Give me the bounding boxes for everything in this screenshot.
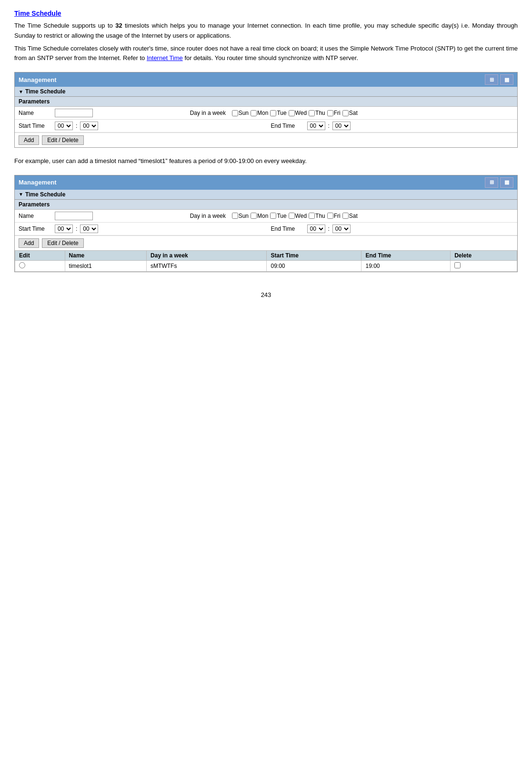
end-time-group-2: End Time 00010203 04050607 0809 : 001530… [271, 225, 514, 233]
day-fri-label-2[interactable]: Fri [327, 213, 341, 219]
panel-2-icon-1: ⊞ [485, 177, 498, 188]
col-name: Name [65, 250, 146, 260]
add-button-1[interactable]: Add [19, 135, 39, 145]
form-row-name-2: Name Day in a week Sun Mon Tue Wed Thu F… [15, 210, 517, 223]
panel-2-section-title: Time Schedule [25, 191, 65, 198]
panel-1-btn-row: Add Edit / Delete [15, 133, 517, 147]
day-fri-label[interactable]: Fri [327, 110, 341, 116]
day-tue-label[interactable]: Tue [270, 110, 286, 116]
day-checkboxes-2: Sun Mon Tue Wed Thu Fri Sat [232, 213, 358, 219]
result-table-header-row: Edit Name Day in a week Start Time End T… [15, 250, 517, 260]
form-row-name: Name Day in a week Sun Mon Tue Wed Thu F… [15, 107, 517, 120]
col-edit: Edit [15, 250, 65, 260]
cell-start: 09:00 [267, 260, 361, 271]
panel-1-params-header: Parameters [15, 97, 517, 107]
panel-1-icon-1: ⊞ [485, 74, 498, 85]
day-wed-label[interactable]: Wed [289, 110, 307, 116]
result-table-body: timeslot1 sMTWTFs 09:00 19:00 [15, 260, 517, 271]
panel-1-title: Management [19, 76, 56, 83]
desc1-text: The Time Schedule supports up to [14, 22, 115, 29]
triangle-icon-2: ▼ [19, 192, 23, 197]
panel-2-header: Management ⊞ ▦ [15, 175, 517, 190]
start-time-colon: : [76, 123, 77, 129]
page-title: Time Schedule [14, 10, 518, 17]
panel-2-params-header: Parameters [15, 200, 517, 210]
col-delete: Delete [451, 250, 517, 260]
cell-delete [451, 260, 517, 271]
day-wed-label-2[interactable]: Wed [289, 213, 307, 219]
panel-1-header-right: ⊞ ▦ [485, 74, 513, 85]
panel-2-header-right: ⊞ ▦ [485, 177, 513, 188]
edit-radio[interactable] [19, 262, 25, 268]
end-time-min-select[interactable]: 00153045 [332, 122, 351, 130]
internet-time-link[interactable]: Internet Time [147, 54, 183, 61]
day-thu-check[interactable] [309, 110, 315, 116]
name-field-group-2: Name [19, 212, 181, 220]
panel-2-btn-row: Add Edit / Delete [15, 235, 517, 250]
form-row-time-2: Start Time 00010203 04050607 0809 : 0015… [15, 223, 517, 235]
description-1: The Time Schedule supports up to 32 time… [14, 21, 518, 41]
day-sun-label-2[interactable]: Sun [232, 213, 249, 219]
col-end: End Time [361, 250, 451, 260]
day-mon-check-2[interactable] [251, 213, 257, 219]
result-table-head: Edit Name Day in a week Start Time End T… [15, 250, 517, 260]
day-wed-check-2[interactable] [289, 213, 295, 219]
desc2-cont: for details. You router time should sync… [183, 54, 358, 61]
panel-2-title: Management [19, 179, 56, 186]
day-wed-check[interactable] [289, 110, 295, 116]
start-time-colon-2: : [76, 225, 77, 232]
day-mon-check[interactable] [251, 110, 257, 116]
day-thu-label[interactable]: Thu [309, 110, 325, 116]
day-tue-label-2[interactable]: Tue [270, 213, 286, 219]
end-time-colon: : [328, 123, 330, 129]
day-fri-check-2[interactable] [327, 213, 333, 219]
table-row: timeslot1 sMTWTFs 09:00 19:00 [15, 260, 517, 271]
start-time-hour-select-2[interactable]: 00010203 04050607 0809 [55, 225, 73, 233]
start-time-min-select[interactable]: 00153045 [80, 122, 98, 130]
triangle-icon: ▼ [19, 89, 23, 94]
day-sat-label[interactable]: Sat [342, 110, 358, 116]
end-time-group: End Time 00010203 04050607 08091011 1213… [271, 122, 514, 130]
panel-2: Management ⊞ ▦ ▼ Time Schedule Parameter… [14, 175, 518, 272]
col-start: Start Time [267, 250, 361, 260]
name-input-2[interactable] [55, 212, 93, 220]
day-sun-check[interactable] [232, 110, 238, 116]
day-mon-label[interactable]: Mon [251, 110, 268, 116]
day-thu-check-2[interactable] [309, 213, 315, 219]
cell-name: timeslot1 [65, 260, 146, 271]
end-time-hour-select[interactable]: 00010203 04050607 08091011 12131415 1617… [307, 122, 325, 130]
end-time-label: End Time [271, 123, 304, 129]
day-sat-check[interactable] [342, 110, 349, 116]
description-2: This Time Schedule correlates closely wi… [14, 44, 518, 64]
start-time-group: Start Time 00010203 04050607 08091011 12… [19, 122, 261, 130]
end-time-min-select-2[interactable]: 00153045 [332, 225, 351, 233]
day-fri-check[interactable] [327, 110, 333, 116]
page-number: 243 [14, 291, 518, 298]
day-thu-label-2[interactable]: Thu [309, 213, 325, 219]
start-time-min-select-2[interactable]: 00153045 [80, 225, 98, 233]
start-time-hour-select[interactable]: 00010203 04050607 08091011 12131415 1617… [55, 122, 73, 130]
day-sat-label-2[interactable]: Sat [342, 213, 358, 219]
end-time-hour-select-2[interactable]: 00010203 04050607 0809 [307, 225, 325, 233]
edit-delete-button-1[interactable]: Edit / Delete [42, 135, 83, 145]
cell-end: 19:00 [361, 260, 451, 271]
day-group-2: Day in a week Sun Mon Tue Wed Thu Fri Sa… [190, 213, 513, 219]
day-sun-check-2[interactable] [232, 213, 238, 219]
day-checkboxes: Sun Mon Tue Wed Thu Fri Sat [232, 110, 358, 116]
day-label-2: Day in a week [190, 213, 231, 219]
day-tue-check[interactable] [270, 110, 276, 116]
panel-1-section-bar: ▼ Time Schedule [15, 87, 517, 97]
day-mon-label-2[interactable]: Mon [251, 213, 268, 219]
name-input[interactable] [55, 109, 93, 117]
add-button-2[interactable]: Add [19, 238, 39, 248]
end-time-colon-2: : [328, 225, 330, 232]
delete-checkbox[interactable] [454, 262, 461, 268]
edit-delete-button-2[interactable]: Edit / Delete [42, 238, 83, 248]
end-time-label-2: End Time [271, 225, 304, 232]
day-sat-check-2[interactable] [342, 213, 349, 219]
panel-1-icon-2: ▦ [500, 74, 513, 85]
panel-2-header-left: Management [19, 179, 56, 186]
day-tue-check-2[interactable] [270, 213, 276, 219]
day-sun-label[interactable]: Sun [232, 110, 249, 116]
result-table: Edit Name Day in a week Start Time End T… [15, 250, 517, 272]
